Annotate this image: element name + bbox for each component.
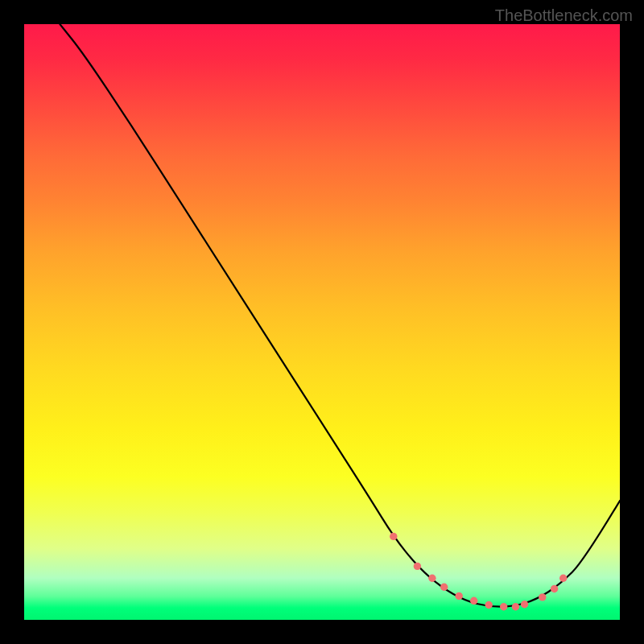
watermark-text: TheBottleneck.com	[495, 6, 633, 25]
marker-dot	[470, 597, 477, 605]
chart-svg	[24, 24, 620, 620]
marker-dot	[440, 584, 448, 591]
marker-dot	[500, 603, 507, 610]
marker-dot	[456, 592, 463, 600]
marker-dot	[559, 575, 567, 582]
marker-dot	[539, 593, 546, 601]
marker-dot	[414, 563, 421, 570]
marker-dot	[390, 533, 397, 540]
marker-dot	[551, 585, 558, 592]
marker-dot	[485, 601, 493, 609]
marker-dot	[428, 575, 436, 582]
chart-plot-area	[24, 24, 620, 620]
highlight-markers	[390, 533, 567, 611]
bottleneck-curve	[60, 24, 620, 607]
marker-dot	[512, 603, 519, 610]
marker-dot	[521, 601, 528, 608]
